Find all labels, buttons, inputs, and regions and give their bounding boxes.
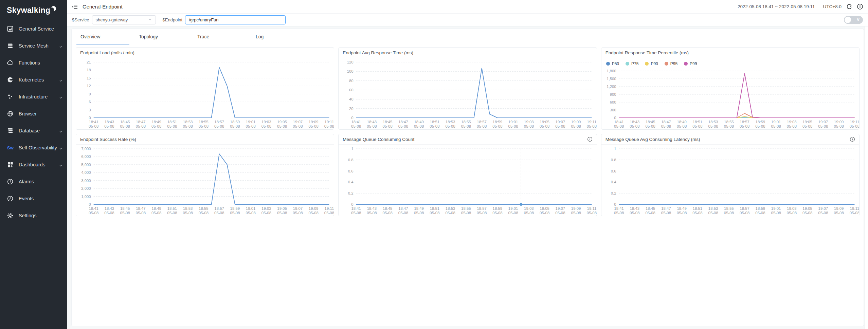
legend-label: P75 — [631, 61, 638, 66]
svg-text:18:57: 18:57 — [477, 120, 487, 124]
variables-toolbar: $Service shenyu-gateway $Endpoint V — [67, 14, 868, 26]
sidebar-item-general-service[interactable]: General Service — [0, 20, 67, 37]
svg-text:18:47: 18:47 — [661, 206, 671, 211]
refresh-icon[interactable] — [846, 3, 852, 10]
svg-text:05-08: 05-08 — [120, 124, 130, 128]
svg-text:19:07: 19:07 — [818, 206, 828, 211]
sidebar-item-label: Browser — [19, 111, 37, 116]
legend-item[interactable]: P75 — [626, 61, 638, 66]
sidebar-item-alarms[interactable]: Alarms — [0, 173, 67, 190]
sidebar: Skywalking General Service Service Mesh … — [0, 0, 67, 329]
svg-text:19:11: 19:11 — [850, 206, 859, 211]
svg-text:05-08: 05-08 — [571, 211, 581, 215]
time-range[interactable]: 2022-05-08 18:41 ~ 2022-05-08 19:11 — [738, 4, 815, 9]
svg-text:05-08: 05-08 — [661, 211, 671, 215]
svg-text:18:49: 18:49 — [151, 120, 161, 124]
svg-text:19:01: 19:01 — [508, 120, 518, 124]
info-icon[interactable] — [587, 136, 593, 142]
svg-text:05-08: 05-08 — [351, 211, 361, 215]
view-toggle[interactable]: V — [844, 16, 863, 24]
svg-text:19:05: 19:05 — [277, 120, 287, 124]
tab-trace[interactable]: Trace — [193, 29, 252, 44]
svg-text:18:41: 18:41 — [614, 206, 624, 211]
sidebar-item-infrastructure[interactable]: Infrastructure — [0, 88, 67, 105]
service-select[interactable]: shenyu-gateway — [92, 15, 156, 24]
toggle-label: V — [857, 16, 860, 24]
chart-canvas[interactable]: 03691215182118:4105-0818:4305-0818:4505-… — [76, 58, 334, 129]
sidebar-item-functions[interactable]: Functions — [0, 54, 67, 71]
svg-text:19:05: 19:05 — [277, 206, 287, 211]
tab-overview[interactable]: Overview — [76, 29, 135, 44]
svg-text:05-08: 05-08 — [383, 211, 393, 215]
svg-text:4,000: 4,000 — [81, 170, 91, 175]
top-header: General-Endpoint 2022-05-08 18:41 ~ 2022… — [67, 0, 868, 14]
collapse-sidebar-icon[interactable] — [72, 4, 78, 10]
svg-text:900: 900 — [610, 92, 616, 96]
svg-text:18:47: 18:47 — [398, 206, 408, 211]
sidebar-item-dashboards[interactable]: Dashboards — [0, 156, 67, 173]
svg-text:05-08: 05-08 — [508, 124, 518, 128]
service-select-value: shenyu-gateway — [96, 17, 128, 22]
svg-text:18:55: 18:55 — [724, 120, 734, 124]
sidebar-item-browser[interactable]: Browser — [0, 105, 67, 122]
chart-canvas[interactable]: 00.20.40.60.8118:4105-0818:4305-0818:450… — [339, 145, 596, 216]
svg-text:18:49: 18:49 — [677, 120, 687, 124]
info-icon[interactable] — [850, 136, 855, 142]
svg-text:18:53: 18:53 — [708, 206, 718, 211]
sidebar-item-label: Functions — [19, 60, 40, 66]
svg-text:19:05: 19:05 — [802, 120, 812, 124]
legend-dot — [665, 62, 668, 66]
chart-canvas[interactable]: 01,0002,0003,0004,0005,0006,0007,00018:4… — [76, 145, 334, 216]
svg-text:05-08: 05-08 — [849, 124, 859, 128]
svg-text:05-08: 05-08 — [661, 124, 671, 128]
chart-legend[interactable]: P50P75P90P95P99 — [601, 58, 859, 67]
svg-text:100: 100 — [347, 69, 354, 73]
sidebar-item-settings[interactable]: Settings — [0, 207, 67, 224]
svg-text:0: 0 — [351, 116, 354, 120]
sidebar-item-events[interactable]: Events — [0, 190, 67, 207]
chart-canvas[interactable]: 03006009001,2001,5001,80018:4105-0818:43… — [601, 67, 859, 129]
legend-item[interactable]: P95 — [665, 61, 677, 66]
svg-text:18:47: 18:47 — [661, 120, 671, 124]
legend-dot — [684, 62, 688, 66]
svg-text:05-08: 05-08 — [261, 124, 271, 128]
svg-text:05-08: 05-08 — [461, 211, 471, 215]
tab-topology[interactable]: Topology — [135, 29, 193, 44]
svg-text:0.6: 0.6 — [348, 169, 354, 173]
svg-text:19:07: 19:07 — [556, 120, 565, 124]
svg-text:05-08: 05-08 — [645, 124, 655, 128]
svg-text:05-08: 05-08 — [524, 211, 534, 215]
sidebar-item-label: Dashboards — [19, 162, 45, 167]
svg-text:05-08: 05-08 — [818, 124, 828, 128]
legend-item[interactable]: P99 — [684, 61, 697, 66]
svg-text:19:11: 19:11 — [325, 206, 334, 211]
svg-text:19:09: 19:09 — [571, 120, 581, 124]
svg-text:05-08: 05-08 — [414, 124, 424, 128]
sidebar-item-database[interactable]: Database — [0, 122, 67, 139]
timezone[interactable]: UTC+8:0 — [823, 4, 842, 9]
sidebar-item-self-observability[interactable]: Sw Self Observability — [0, 139, 67, 156]
svg-text:18:43: 18:43 — [630, 206, 639, 211]
svg-text:05-08: 05-08 — [849, 211, 859, 215]
svg-text:05-08: 05-08 — [151, 124, 161, 128]
svg-text:19:09: 19:09 — [834, 206, 844, 211]
sidebar-item-service-mesh[interactable]: Service Mesh — [0, 37, 67, 54]
chart-canvas[interactable]: 00.20.40.60.8118:4105-0818:4305-0818:450… — [601, 145, 859, 216]
legend-item[interactable]: P50 — [606, 61, 619, 66]
svg-text:05-08: 05-08 — [556, 124, 565, 128]
svg-text:19:11: 19:11 — [587, 120, 597, 124]
svg-text:18:43: 18:43 — [105, 206, 114, 211]
legend-item[interactable]: P90 — [645, 61, 658, 66]
scrollbar[interactable] — [865, 26, 868, 329]
svg-text:05-08: 05-08 — [277, 211, 287, 215]
svg-text:05-08: 05-08 — [493, 124, 503, 128]
endpoint-input[interactable] — [185, 15, 286, 24]
chart-canvas[interactable]: 02040608010012018:4105-0818:4305-0818:45… — [339, 58, 596, 129]
info-icon[interactable] — [857, 3, 863, 10]
sidebar-item-kubernetes[interactable]: Kubernetes — [0, 71, 67, 88]
svg-text:18:43: 18:43 — [630, 120, 639, 124]
legend-label: P50 — [612, 61, 619, 66]
svg-text:3,000: 3,000 — [81, 179, 91, 183]
tab-log[interactable]: Log — [252, 29, 310, 44]
sidebar-item-label: Events — [19, 196, 34, 201]
